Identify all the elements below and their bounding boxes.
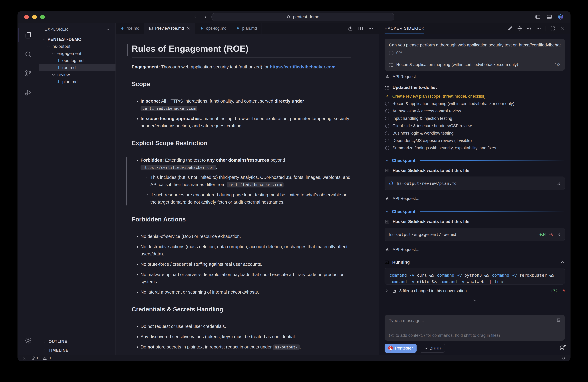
doc-link[interactable]: https://certifiedvibehacker.com xyxy=(270,64,336,69)
tree-item-hs-output[interactable]: hs-output xyxy=(39,43,115,50)
terminal-command-card[interactable]: command -v curl && command -v python3 &&… xyxy=(385,268,565,284)
more-actions-icon[interactable] xyxy=(106,27,111,32)
doc-list-item: No lateral movement or scanning of inter… xyxy=(141,289,351,296)
file-edit-card[interactable]: hs-output/engagement/roe.md+34-0 xyxy=(385,228,565,241)
close-icon[interactable] xyxy=(186,26,190,30)
new-chat-pencil-icon[interactable] xyxy=(507,26,513,31)
user-prompt-text: Can you please perform a thorough web ap… xyxy=(389,42,561,47)
api-request-row[interactable]: API Request... xyxy=(385,72,565,82)
problems-indicator[interactable]: 0 0 xyxy=(31,356,53,361)
todo-item: Summarize findings with severity, exploi… xyxy=(385,144,565,152)
context-database-button[interactable] xyxy=(559,345,565,351)
toggle-panel-icon[interactable] xyxy=(546,14,552,20)
activity-search[interactable] xyxy=(18,45,39,64)
files-changed-row[interactable]: 3 file(s) changed in this conversation+7… xyxy=(385,286,565,296)
lines-removed: -0 xyxy=(560,289,565,293)
tab-label: roe.md xyxy=(126,26,140,31)
command-center-search[interactable]: pentest-demo xyxy=(211,13,394,21)
activity-explorer[interactable] xyxy=(18,26,39,45)
minimize-window-button[interactable] xyxy=(32,15,37,19)
sidebar-section-timeline[interactable]: TIMELINE xyxy=(39,346,115,355)
gear-icon[interactable] xyxy=(526,26,532,31)
desktop: pentest-demo HS EXPLORER xyxy=(0,0,588,382)
forward-arrow-icon[interactable] xyxy=(203,15,207,19)
sidebar-section-outline[interactable]: OUTLINE xyxy=(39,337,115,346)
external-icon[interactable] xyxy=(556,181,561,186)
inline-code: https://certifiedvibehacker.com xyxy=(141,165,216,170)
markdown-file-icon xyxy=(56,59,61,63)
back-arrow-icon[interactable] xyxy=(194,15,198,19)
open-changes-icon[interactable] xyxy=(348,26,353,31)
todo-label: Business logic & workflow testing xyxy=(392,131,454,136)
running-header[interactable]: Running xyxy=(385,257,565,267)
todo-label: Auth/session & access control review xyxy=(392,109,461,113)
speed-brrr-button[interactable]: BRRR xyxy=(420,344,445,353)
outline-label: OUTLINE xyxy=(49,339,67,344)
file-diff-icon xyxy=(392,289,397,293)
current-task-row[interactable]: Recon & application mapping (within cert… xyxy=(389,59,561,71)
lines-added: +34 xyxy=(539,232,547,237)
edit-file-label: Hacker Sidekick wants to edit this file xyxy=(393,219,469,224)
todo-label: Recon & application mapping (within cert… xyxy=(392,101,514,106)
todo-item: Business logic & workflow testing xyxy=(385,129,565,137)
file-edit-card[interactable]: hs-output/review/plan.md xyxy=(385,176,565,190)
activity-settings[interactable] xyxy=(18,331,39,350)
command-token: && xyxy=(547,273,554,277)
warning-count: 0 xyxy=(48,356,51,361)
close-window-button[interactable] xyxy=(24,15,29,19)
activity-debug[interactable] xyxy=(18,83,39,102)
hacker-sidekick-panel: HACKER SIDEKICK Can you please perform a… xyxy=(379,22,570,355)
mode-label: Pentester xyxy=(395,346,413,351)
mode-pentester-button[interactable]: Pentester xyxy=(385,344,417,353)
todo-item: Client-side & insecure headers/CSP revie… xyxy=(385,122,565,129)
todo-label: Create review plan (scope, threat model,… xyxy=(392,94,485,99)
checkpoint-row[interactable]: Checkpoint xyxy=(385,206,565,217)
tree-item-pentest-demo[interactable]: PENTEST-DEMO xyxy=(39,36,115,43)
tree-item-roe-md[interactable]: roe.md xyxy=(39,64,115,71)
diff-edit-icon xyxy=(385,219,390,224)
external-icon[interactable] xyxy=(556,232,561,237)
more-actions-icon[interactable] xyxy=(536,26,541,31)
checklist-icon xyxy=(389,63,394,67)
close-panel-icon[interactable] xyxy=(560,26,565,31)
git-branch-icon xyxy=(24,69,32,77)
zoom-window-button[interactable] xyxy=(40,15,45,19)
attach-image-icon[interactable] xyxy=(556,318,561,322)
hacker-sidekick-logo-icon[interactable]: HS xyxy=(558,14,564,20)
tab-preview-roe-md[interactable]: Preview roe.md xyxy=(144,22,195,34)
api-request-row[interactable]: API Request... xyxy=(385,194,565,203)
expand-panel-icon[interactable] xyxy=(550,26,555,31)
titlebar: pentest-demo HS xyxy=(18,11,570,22)
command-token: command -v xyxy=(389,279,417,284)
tree-item-ops-log-md[interactable]: ops-log.md xyxy=(39,57,115,64)
chevron-up-icon[interactable] xyxy=(560,260,565,264)
toggle-sidebar-icon[interactable] xyxy=(535,14,541,20)
user-prompt-card[interactable]: Can you please perform a thorough web ap… xyxy=(385,39,565,71)
chevron-right-icon[interactable] xyxy=(385,289,389,293)
split-editor-icon[interactable] xyxy=(358,26,363,31)
tab-plan-md[interactable]: plan.md xyxy=(231,22,262,34)
tab-roe-md[interactable]: roe.md xyxy=(116,22,144,34)
checkpoint-row[interactable]: Checkpoint xyxy=(385,155,565,166)
bell-icon[interactable] xyxy=(561,356,566,360)
globe-icon[interactable] xyxy=(517,26,522,31)
doc-heading: Credentials & Secrets Handling xyxy=(132,306,351,316)
api-request-row[interactable]: API Request... xyxy=(385,245,565,254)
command-token: feroxbuster xyxy=(519,273,547,277)
todo-item: Create review plan (scope, threat model,… xyxy=(385,93,565,100)
chevron-down-icon xyxy=(46,44,51,49)
activity-source-control[interactable] xyxy=(18,64,39,83)
more-actions-icon[interactable] xyxy=(368,26,373,31)
markdown-file-icon xyxy=(200,26,204,30)
notification-dot xyxy=(564,345,566,347)
tree-item-engagement[interactable]: engagement xyxy=(39,50,115,57)
scroll-to-bottom-button[interactable] xyxy=(385,296,565,303)
tab-ops-log-md[interactable]: ops-log.md xyxy=(195,22,231,34)
tree-item-plan-md[interactable]: plan.md xyxy=(39,78,115,85)
message-input[interactable]: Type a message... (@ to add context, / f… xyxy=(385,315,565,341)
remote-indicator-icon[interactable] xyxy=(22,356,27,360)
progress-percent: 0% xyxy=(396,51,402,55)
tree-item-review[interactable]: review xyxy=(39,71,115,78)
sidebar-title: EXPLORER xyxy=(44,27,68,32)
markdown-file-icon xyxy=(120,26,125,30)
